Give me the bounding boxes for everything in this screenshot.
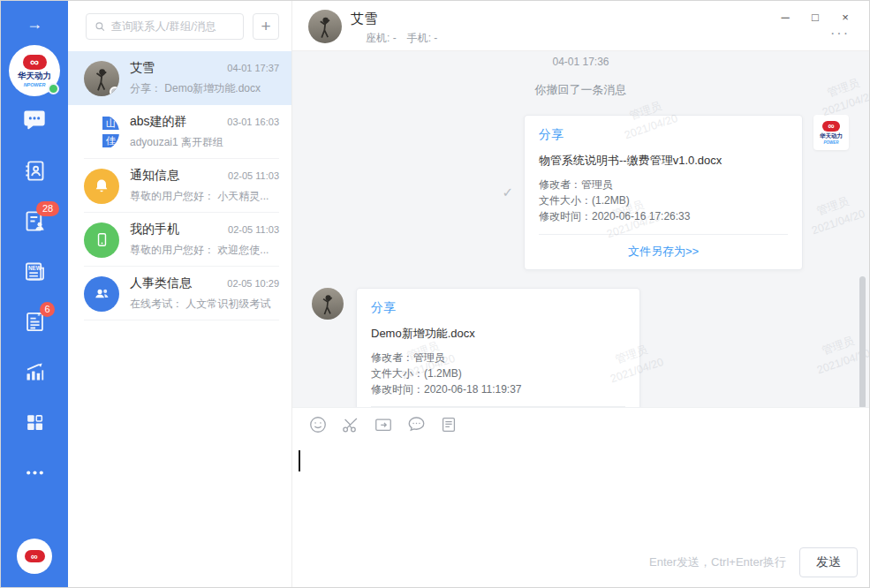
group-tile-text: 佳 <box>102 134 120 147</box>
nav-news-icon[interactable]: NEW <box>22 259 47 283</box>
scrollbar-thumb[interactable] <box>859 276 866 407</box>
send-file-button[interactable] <box>373 414 394 435</box>
nav-reports-icon[interactable]: 28 <box>22 208 47 233</box>
contact-name: 艾雪 <box>351 11 437 27</box>
chat-time: 02-05 11:03 <box>228 224 279 235</box>
folder-send-icon <box>374 415 393 434</box>
bell-icon <box>93 177 110 195</box>
user-avatar-logo[interactable]: ∞ 华天动力 NPOWER <box>9 45 60 96</box>
nav-messages-icon[interactable] <box>22 108 47 132</box>
scissors-icon <box>341 415 360 434</box>
contact-avatar <box>312 288 344 320</box>
chat-preview: 尊敬的用户您好： 小天精灵... <box>130 189 279 204</box>
chat-name: 我的手机 <box>130 222 179 237</box>
nav-stats-icon[interactable] <box>22 359 47 384</box>
brand-name: 华天动力 <box>18 71 51 82</box>
nav-apps-icon[interactable] <box>22 410 47 434</box>
chat-time: 02-05 11:03 <box>228 170 279 181</box>
chat-bubble-icon <box>22 108 47 132</box>
chat-list-item[interactable]: 山 佳 abs建的群 03-01 16:03 adyouzai1 离开群组 <box>68 105 291 159</box>
file-meta: 修改者：管理员 文件大小：(1.2MB) 修改时间：2020-06-18 11:… <box>371 350 625 398</box>
file-meta: 修改者：管理员 文件大小：(1.2MB) 修改时间：2020-06-16 17:… <box>539 177 788 225</box>
divider <box>539 234 788 235</box>
chat-time: 03-01 16:03 <box>227 117 279 127</box>
chat-preview: 在线考试： 人文常识初级考试 <box>130 297 279 312</box>
bar-chart-icon <box>23 360 47 384</box>
avatar-notification <box>84 169 119 204</box>
notes-button[interactable] <box>438 414 459 435</box>
chat-list-item[interactable]: 艾雪 04-01 17:37 分享： Demo新增功能.docx <box>68 51 291 105</box>
chat-meta: abs建的群 03-01 16:03 adyouzai1 离开群组 <box>130 114 279 150</box>
maximize-button[interactable]: □ <box>800 6 830 27</box>
self-avatar-logo: ∞ 华天动力 POWER <box>813 115 849 150</box>
chat-meta: 通知信息 02-05 11:03 尊敬的用户您好： 小天精灵... <box>130 168 279 204</box>
close-button[interactable]: × <box>830 6 860 27</box>
rail-footer-logo[interactable]: ∞ <box>17 539 52 574</box>
svg-text:NEW: NEW <box>27 264 41 270</box>
file-title: 物管系统说明书--缴费管理v1.0.docx <box>539 153 788 169</box>
rail-nav: 28 NEW * <box>22 108 47 485</box>
read-check-icon: ✓ <box>502 185 513 200</box>
message-area: 管理员2021/04/20 管理员2021/04/20 管理员2021/04/2… <box>292 51 869 407</box>
avatar-group: 山 佳 <box>84 115 119 150</box>
chat-preview: 分享： Demo新增功能.docx <box>130 81 279 96</box>
search-icon <box>95 20 105 33</box>
chat-list-item[interactable]: 人事类信息 02-05 10:29 在线考试： 人文常识初级考试 <box>68 267 291 320</box>
nav-more-icon[interactable] <box>22 460 47 485</box>
chat-name: 通知信息 <box>130 168 179 184</box>
offline-status-dot <box>110 87 119 96</box>
chat-name: 艾雪 <box>130 60 155 76</box>
person-silhouette-icon <box>308 10 342 43</box>
file-title: Demo新增功能.docx <box>371 326 625 342</box>
header-avatar[interactable] <box>308 10 342 43</box>
composer-footer: Enter发送，Ctrl+Enter换行 发送 <box>649 547 858 577</box>
nav-notes-icon[interactable]: * 6 <box>22 309 47 334</box>
search-input[interactable] <box>110 20 235 33</box>
chat-header: 艾雪 座机: - 手机: - ─ □ × ··· <box>292 1 869 51</box>
chat-list-item[interactable]: 通知信息 02-05 11:03 尊敬的用户您好： 小天精灵... <box>68 159 291 213</box>
contact-info: 座机: - 手机: - <box>366 31 437 46</box>
share-card[interactable]: 分享 物管系统说明书--缴费管理v1.0.docx 修改者：管理员 文件大小：(… <box>524 115 803 270</box>
chat-pane: 艾雪 座机: - 手机: - ─ □ × ··· 管理员2021/04/20 管… <box>292 1 869 587</box>
chat-list-item[interactable]: 我的手机 02-05 11:03 尊敬的用户您好： 欢迎您使... <box>68 213 291 267</box>
emoji-button[interactable] <box>307 414 329 435</box>
minimize-button[interactable]: ─ <box>770 6 800 27</box>
group-tile-text: 山 <box>102 117 120 130</box>
reports-badge: 28 <box>36 201 59 216</box>
document-icon <box>439 415 458 434</box>
chat-history-button[interactable] <box>405 414 427 435</box>
chat-time: 02-05 10:29 <box>227 278 279 289</box>
chat-meta: 我的手机 02-05 11:03 尊敬的用户您好： 欢迎您使... <box>130 222 279 258</box>
address-book-icon <box>23 159 47 183</box>
message-input[interactable]: Enter发送，Ctrl+Enter换行 发送 <box>292 441 869 587</box>
infinity-logo-icon: ∞ <box>23 55 47 70</box>
search-box[interactable] <box>86 13 244 40</box>
share-label: 分享 <box>371 300 625 316</box>
save-as-link[interactable]: 文件另存为>> <box>539 244 788 260</box>
more-options-icon[interactable]: ··· <box>830 27 850 40</box>
search-row: + <box>68 1 291 51</box>
share-label: 分享 <box>539 127 788 143</box>
header-text: 艾雪 座机: - 手机: - <box>351 10 437 46</box>
screenshot-button[interactable] <box>340 414 361 435</box>
chat-time: 04-01 17:37 <box>227 63 279 73</box>
collapse-arrow-icon[interactable]: → <box>26 15 42 34</box>
avatar-phone <box>84 222 119 258</box>
composer-toolbar <box>292 407 869 441</box>
avatar-hr <box>84 276 119 312</box>
nav-rail: → ∞ 华天动力 NPOWER <box>1 1 68 587</box>
phone-icon <box>94 231 110 248</box>
add-button[interactable]: + <box>253 13 279 40</box>
online-status-dot <box>48 83 59 94</box>
chat-meta: 艾雪 04-01 17:37 分享： Demo新增功能.docx <box>130 60 279 96</box>
chat-name: abs建的群 <box>130 114 187 130</box>
nav-contacts-icon[interactable] <box>22 158 47 183</box>
message-incoming: 分享 Demo新增功能.docx 修改者：管理员 文件大小：(1.2MB) 修改… <box>306 288 855 407</box>
window-controls: ─ □ × <box>770 6 860 27</box>
ellipsis-icon <box>24 462 46 484</box>
share-card[interactable]: 分享 Demo新增功能.docx 修改者：管理员 文件大小：(1.2MB) 修改… <box>356 288 640 407</box>
send-button[interactable]: 发送 <box>799 547 858 577</box>
infinity-logo-icon: ∞ <box>25 550 45 562</box>
message-history-icon <box>406 414 427 434</box>
person-silhouette-icon <box>312 288 344 320</box>
